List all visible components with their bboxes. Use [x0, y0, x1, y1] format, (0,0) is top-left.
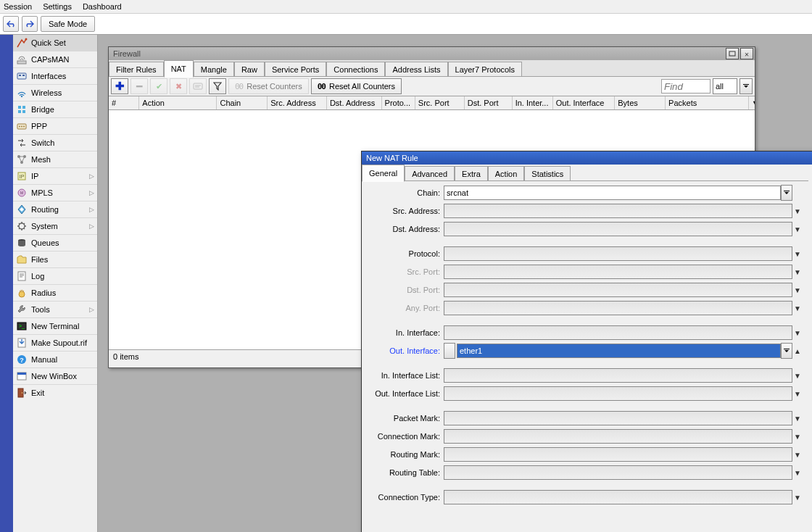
sidebar-item-bridge[interactable]: Bridge [13, 101, 97, 117]
dst-port-field[interactable] [444, 283, 792, 297]
packet-mark-field[interactable] [444, 411, 792, 425]
tab-filter-rules[interactable]: Filter Rules [109, 62, 164, 76]
sidebar-item-files[interactable]: Files [13, 251, 97, 267]
tab-connections[interactable]: Connections [326, 62, 385, 76]
sidebar-item-capsman[interactable]: CAPsMAN [13, 51, 97, 67]
tab-general[interactable]: General [362, 165, 405, 182]
col-action[interactable]: Action [139, 96, 217, 109]
tab-layer7-protocols[interactable]: Layer7 Protocols [448, 62, 523, 76]
sidebar-item-log[interactable]: Log [13, 267, 97, 284]
sidebar-item-ppp[interactable]: PPP [13, 117, 97, 134]
col-in-inter-[interactable]: In. Inter... [513, 96, 553, 109]
collapse-icon[interactable]: ▲ [792, 347, 803, 355]
col-out-interface[interactable]: Out. Interface [553, 96, 616, 109]
expand-icon[interactable]: ▼ [792, 268, 803, 276]
tab-action[interactable]: Action [488, 166, 525, 180]
tab-nat[interactable]: NAT [164, 60, 194, 78]
sidebar-item-system[interactable]: System▷ [13, 217, 97, 234]
sidebar-item-manual[interactable]: ?Manual [13, 351, 97, 367]
out-interface-list-field[interactable] [444, 386, 792, 401]
reset-all-counters-button[interactable]: 00 Reset All Counters [311, 78, 402, 94]
sidebar-item-quick-set[interactable]: Quick Set [13, 35, 97, 51]
expand-icon[interactable]: ▼ [792, 469, 803, 477]
col-packets[interactable]: Packets [666, 96, 749, 109]
col-src-port[interactable]: Src. Port [415, 96, 465, 109]
tab-statistics[interactable]: Statistics [524, 166, 571, 180]
firewall-titlebar[interactable]: Firewall ✕ [109, 47, 755, 60]
sidebar-item-queues[interactable]: Queues [13, 234, 97, 251]
expand-icon[interactable]: ▼ [792, 329, 803, 337]
src-port-field[interactable] [444, 265, 792, 279]
col-dst-port[interactable]: Dst. Port [465, 96, 513, 109]
sidebar-item-make-supout-rif[interactable]: Make Supout.rif [13, 334, 97, 351]
chain-dropdown[interactable] [781, 185, 792, 201]
expand-icon[interactable]: ▼ [792, 250, 803, 258]
sidebar-item-switch[interactable]: Switch [13, 134, 97, 151]
out-interface-dropdown[interactable] [781, 343, 792, 359]
filter-select[interactable]: all [713, 78, 737, 94]
comment-button[interactable] [189, 78, 207, 94]
sidebar-item-ip[interactable]: IPIP▷ [13, 167, 97, 184]
out-interface-field[interactable]: ether1 [457, 344, 781, 358]
sidebar-item-wireless[interactable]: Wireless [13, 84, 97, 101]
remove-button[interactable]: ━ [130, 78, 148, 94]
reset-counters-button[interactable]: 00 Reset Counters [228, 78, 309, 94]
routing-table-field[interactable] [444, 465, 792, 480]
expand-icon[interactable]: ▼ [792, 304, 803, 312]
minimize-button[interactable] [726, 48, 739, 59]
expand-icon[interactable]: ▼ [792, 390, 803, 398]
close-button[interactable]: ✕ [740, 48, 753, 59]
tab-raw[interactable]: Raw [234, 62, 265, 76]
expand-icon[interactable]: ▼ [792, 225, 803, 233]
undo-button[interactable] [3, 16, 19, 32]
sidebar-item-routing[interactable]: Routing▷ [13, 201, 97, 217]
expand-icon[interactable]: ▼ [792, 451, 803, 459]
any-port-field[interactable] [444, 301, 792, 315]
routing-mark-field[interactable] [444, 447, 792, 462]
connection-type-field[interactable] [444, 490, 792, 504]
in-interface-list-field[interactable] [444, 368, 792, 383]
sidebar-item-radius[interactable]: Radius [13, 284, 97, 301]
filter-button[interactable] [209, 78, 226, 94]
connection-mark-field[interactable] [444, 429, 792, 444]
nat-titlebar[interactable]: New NAT Rule ✕ [362, 151, 812, 165]
tab-advanced[interactable]: Advanced [405, 166, 455, 180]
menu-session[interactable]: Session [4, 2, 32, 11]
find-input[interactable] [661, 79, 710, 93]
expand-icon[interactable]: ▼ [792, 415, 803, 423]
safe-mode-button[interactable]: Safe Mode [41, 16, 95, 32]
filter-dropdown[interactable] [740, 78, 753, 94]
col-src-address[interactable]: Src. Address [268, 96, 327, 109]
tab-service-ports[interactable]: Service Ports [265, 62, 326, 76]
col--[interactable]: # [109, 96, 139, 109]
expand-icon[interactable]: ▼ [792, 207, 803, 215]
col-bytes[interactable]: Bytes [615, 96, 666, 109]
in-interface-field[interactable] [444, 325, 792, 340]
col-chain[interactable]: Chain [217, 96, 268, 109]
sidebar-item-mpls[interactable]: MMPLS▷ [13, 184, 97, 201]
chain-field[interactable]: srcnat [444, 186, 781, 200]
expand-icon[interactable]: ▼ [792, 286, 803, 294]
sidebar-item-tools[interactable]: Tools▷ [13, 301, 97, 317]
sidebar-item-mesh[interactable]: Mesh [13, 151, 97, 167]
protocol-field[interactable] [444, 246, 792, 261]
redo-button[interactable] [22, 16, 38, 32]
enable-button[interactable]: ✔ [150, 78, 167, 94]
col-more[interactable]: ▼ [749, 96, 755, 109]
expand-icon[interactable]: ▼ [792, 494, 803, 502]
src-address-field[interactable] [444, 204, 792, 218]
sidebar-item-new-terminal[interactable]: >_New Terminal [13, 317, 97, 334]
disable-button[interactable]: ✖ [170, 78, 187, 94]
menu-settings[interactable]: Settings [43, 2, 72, 11]
tab-address-lists[interactable]: Address Lists [385, 62, 447, 76]
out-interface-invert[interactable] [444, 343, 455, 359]
col-proto-[interactable]: Proto... [382, 96, 415, 109]
expand-icon[interactable]: ▼ [792, 372, 803, 380]
col-dst-address[interactable]: Dst. Address [327, 96, 382, 109]
sidebar-item-interfaces[interactable]: Interfaces [13, 67, 97, 84]
expand-icon[interactable]: ▼ [792, 433, 803, 441]
sidebar-item-new-winbox[interactable]: New WinBox [13, 367, 97, 384]
menu-dashboard[interactable]: Dashboard [83, 2, 122, 11]
tab-mangle[interactable]: Mangle [194, 62, 234, 76]
dst-address-field[interactable] [444, 222, 792, 236]
